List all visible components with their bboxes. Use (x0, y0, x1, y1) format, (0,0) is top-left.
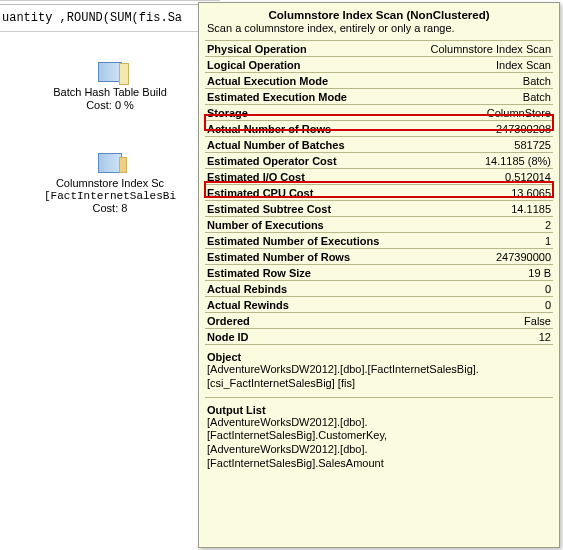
property-key: Estimated Operator Cost (205, 153, 409, 169)
property-key: Number of Executions (205, 217, 409, 233)
operator-tooltip: Columnstore Index Scan (NonClustered) Sc… (198, 2, 560, 548)
tooltip-property-row: Actual Rebinds0 (205, 281, 553, 297)
property-key: Estimated Number of Executions (205, 233, 409, 249)
tooltip-property-row: Estimated Number of Rows247390000 (205, 249, 553, 265)
tooltip-description: Scan a columnstore index, entirely or on… (199, 22, 559, 40)
property-key: Estimated Row Size (205, 265, 409, 281)
object-line: [csi_FactInternetSalesBig] [fis] (207, 377, 551, 391)
property-key: Actual Rewinds (205, 297, 409, 313)
property-value: 1 (409, 233, 553, 249)
tooltip-property-row: Actual Number of Batches581725 (205, 137, 553, 153)
output-line: [AdventureWorksDW2012].[dbo]. (207, 443, 551, 457)
tooltip-property-row: Actual Execution ModeBatch (205, 73, 553, 89)
property-key: Estimated Number of Rows (205, 249, 409, 265)
property-value: Index Scan (409, 57, 553, 73)
property-key: Logical Operation (205, 57, 409, 73)
operator-scan-object: [FactInternetSalesBi (0, 190, 220, 202)
tooltip-property-row: Estimated Operator Cost14.1185 (8%) (205, 153, 553, 169)
tooltip-property-row: Actual Rewinds0 (205, 297, 553, 313)
property-value: Batch (409, 73, 553, 89)
property-value: 0 (409, 297, 553, 313)
property-key: Estimated Subtree Cost (205, 201, 409, 217)
property-value: 581725 (409, 137, 553, 153)
batch-hash-table-icon (98, 62, 122, 84)
property-key: Actual Rebinds (205, 281, 409, 297)
columnstore-scan-icon (98, 153, 122, 175)
tooltip-property-row: Logical OperationIndex Scan (205, 57, 553, 73)
property-value: 2 (409, 217, 553, 233)
tooltip-object-list: [AdventureWorksDW2012].[dbo].[FactIntern… (199, 363, 559, 393)
tooltip-output-heading: Output List (199, 398, 559, 416)
property-key: Estimated CPU Cost (205, 185, 409, 201)
property-key: Actual Number of Batches (205, 137, 409, 153)
property-key: Actual Number of Rows (205, 121, 409, 137)
tooltip-property-row: Node ID12 (205, 329, 553, 345)
tooltip-property-row: Estimated CPU Cost13.6065 (205, 185, 553, 201)
property-value: False (409, 313, 553, 329)
tooltip-properties-table: Physical OperationColumnstore Index Scan… (205, 40, 553, 345)
tooltip-property-row: Estimated Number of Executions1 (205, 233, 553, 249)
operator-hash-cost: Cost: 0 % (0, 99, 220, 111)
tooltip-property-row: Estimated Row Size19 B (205, 265, 553, 281)
tooltip-property-row: Physical OperationColumnstore Index Scan (205, 41, 553, 57)
property-key: Node ID (205, 329, 409, 345)
tooltip-property-row: Actual Number of Rows247390208 (205, 121, 553, 137)
property-value: 247390208 (409, 121, 553, 137)
property-value: 19 B (409, 265, 553, 281)
property-value: 14.1185 (409, 201, 553, 217)
operator-scan-label[interactable]: Columnstore Index Sc (0, 177, 220, 190)
tooltip-property-row: Estimated Subtree Cost14.1185 (205, 201, 553, 217)
property-key: Physical Operation (205, 41, 409, 57)
object-line: [AdventureWorksDW2012].[dbo].[FactIntern… (207, 363, 551, 377)
tooltip-property-row: OrderedFalse (205, 313, 553, 329)
tooltip-property-row: StorageColumnStore (205, 105, 553, 121)
tooltip-property-row: Number of Executions2 (205, 217, 553, 233)
property-key: Estimated I/O Cost (205, 169, 409, 185)
property-value: 13.6065 (409, 185, 553, 201)
property-value: Batch (409, 89, 553, 105)
output-line: [AdventureWorksDW2012].[dbo]. (207, 416, 551, 430)
property-key: Actual Execution Mode (205, 73, 409, 89)
tooltip-object-heading: Object (199, 345, 559, 363)
property-value: ColumnStore (409, 105, 553, 121)
query-plan-canvas[interactable]: uantity ,ROUND(SUM(fis.Sa Batch Hash Tab… (0, 0, 220, 550)
property-key: Storage (205, 105, 409, 121)
tooltip-output-list: [AdventureWorksDW2012].[dbo].[FactIntern… (199, 416, 559, 473)
output-line: [FactInternetSalesBig].CustomerKey, (207, 429, 551, 443)
tooltip-title: Columnstore Index Scan (NonClustered) (199, 3, 559, 22)
operator-scan-cost: Cost: 8 (0, 202, 220, 214)
property-value: 12 (409, 329, 553, 345)
tooltip-property-row: Estimated I/O Cost0.512014 (205, 169, 553, 185)
property-value: Columnstore Index Scan (409, 41, 553, 57)
operator-hash-label[interactable]: Batch Hash Table Build (0, 86, 220, 99)
property-value: 247390000 (409, 249, 553, 265)
tooltip-property-row: Estimated Execution ModeBatch (205, 89, 553, 105)
property-value: 0.512014 (409, 169, 553, 185)
property-key: Estimated Execution Mode (205, 89, 409, 105)
sql-query-fragment: uantity ,ROUND(SUM(fis.Sa (0, 5, 220, 32)
property-value: 14.1185 (8%) (409, 153, 553, 169)
property-value: 0 (409, 281, 553, 297)
output-line: [FactInternetSalesBig].SalesAmount (207, 457, 551, 471)
property-key: Ordered (205, 313, 409, 329)
